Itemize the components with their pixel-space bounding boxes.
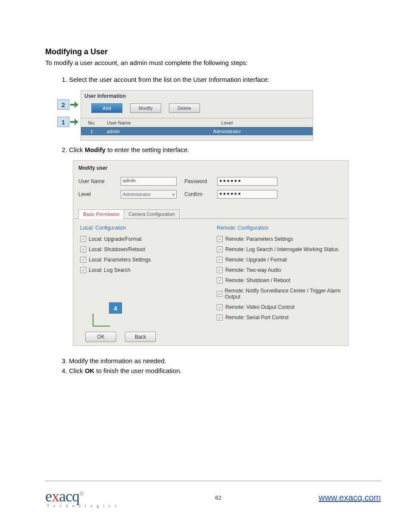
exacq-logo: exacq® T e c h n o l o g i e s — [45, 487, 118, 508]
password-label: Password — [184, 178, 215, 184]
perm-remote-audio[interactable]: ✓Remote: Two-way Audio — [215, 267, 343, 273]
level-select[interactable]: Administrator ▾ — [121, 190, 177, 199]
table-row[interactable]: 1 admin Administrator — [81, 128, 313, 136]
chevron-down-icon: ▾ — [172, 192, 174, 197]
username-label: User Name — [78, 178, 118, 184]
password-field[interactable]: ●●●●●● — [217, 177, 277, 186]
perm-local-log[interactable]: ✓Local: Log Search — [78, 267, 206, 273]
callout-2: 2 — [57, 100, 69, 110]
checkbox-icon: ✓ — [80, 267, 86, 273]
step-2: Click Modify to enter the setting interf… — [69, 145, 366, 154]
checkbox-icon: ✓ — [217, 246, 223, 252]
level-label: Level — [78, 191, 118, 197]
perm-remote-notify[interactable]: ✓Remote: Notify Surveillance Center / Tr… — [215, 288, 343, 300]
checkbox-icon: ✓ — [217, 291, 222, 297]
tab-camera-configuration[interactable]: Camera Configuration — [124, 209, 180, 219]
intro-text: To modify a user account, an admin must … — [45, 59, 366, 66]
callout-connector-icon — [93, 314, 110, 327]
ok-button[interactable]: OK — [85, 332, 116, 342]
checkbox-icon: ✓ — [217, 314, 223, 320]
callout-arrow-icon — [70, 121, 78, 123]
checkbox-icon: ✓ — [217, 236, 223, 242]
perm-remote-serial[interactable]: ✓Remote: Serial Port Control — [215, 314, 343, 320]
panel1-title: User Information — [81, 90, 313, 103]
user-information-panel: User Information Add Modify Delete No. U… — [81, 90, 313, 141]
tab-basic-permission[interactable]: Basic Permission — [78, 209, 124, 219]
checkbox-icon: ✓ — [80, 246, 86, 252]
checkbox-icon: ✓ — [217, 304, 223, 310]
perm-remote-params[interactable]: ✓Remote: Parameters Settings — [215, 236, 343, 242]
col-no: No. — [81, 118, 103, 128]
col-level: Level — [141, 118, 313, 128]
user-table: No. User Name Level 1 admin Administrato… — [81, 118, 313, 140]
add-button[interactable]: Add — [91, 103, 122, 113]
checkbox-icon: ✓ — [217, 277, 223, 283]
checkbox-icon: ✓ — [80, 236, 86, 242]
confirm-label: Confirm — [184, 191, 215, 197]
delete-button[interactable]: Delete — [169, 103, 200, 113]
perm-local-shutdown[interactable]: ✓Local: Shutdown/Reboot — [78, 246, 206, 252]
step-3: Modify the information as needed. — [69, 356, 366, 365]
step-1: Select the user account from the list on… — [69, 75, 366, 84]
callout-4: 4 — [109, 302, 122, 314]
confirm-field[interactable]: ●●●●●● — [217, 190, 277, 199]
callout-1: 1 — [57, 117, 69, 127]
perm-remote-log[interactable]: ✓Remote: Log Search / Interrogate Workin… — [215, 246, 343, 252]
page-title: Modifying a User — [45, 47, 366, 56]
panel2-title: Modify user — [73, 161, 348, 177]
perm-remote-shutdown[interactable]: ✓Remote: Shutdown / Reboot — [215, 277, 343, 283]
footer-link[interactable]: www.exacq.com — [318, 493, 381, 503]
checkbox-icon: ✓ — [217, 257, 223, 263]
checkbox-icon: ✓ — [80, 257, 86, 263]
username-field[interactable]: admin — [121, 177, 177, 186]
back-button[interactable]: Back — [125, 332, 156, 342]
local-config-heading: Local: Configuration — [78, 225, 206, 231]
modify-button[interactable]: Modify — [130, 103, 161, 113]
checkbox-icon: ✓ — [217, 267, 223, 273]
modify-user-panel: Modify user User Name admin Password ●●●… — [73, 160, 349, 346]
perm-remote-video[interactable]: ✓Remote: Video Output Control — [215, 304, 343, 310]
page-number: 62 — [215, 495, 221, 501]
perm-local-params[interactable]: ✓Local: Parameters Settings — [78, 257, 206, 263]
remote-config-heading: Remote: Configuration — [215, 225, 343, 231]
callout-arrow-icon — [70, 104, 78, 106]
perm-remote-upgrade[interactable]: ✓Remote: Upgrade / Format — [215, 257, 343, 263]
perm-local-upgrade[interactable]: ✓Local: Upgrade/Format — [78, 236, 206, 242]
col-username: User Name — [103, 118, 141, 128]
step-4: Click OK to finish the user modification… — [69, 366, 366, 375]
